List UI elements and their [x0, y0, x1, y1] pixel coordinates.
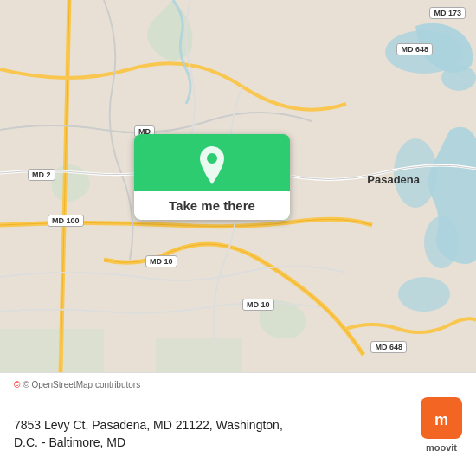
road-label-md648-top: MD 648: [396, 43, 433, 55]
road-label-md10-left: MD 10: [145, 255, 177, 267]
road-label-md100: MD 100: [48, 215, 84, 227]
bottom-bar: © © OpenStreetMap contributors 7853 Levy…: [0, 372, 476, 476]
pasadena-label: Pasadena: [367, 173, 420, 186]
copyright-text: © OpenStreetMap contributors: [23, 380, 140, 389]
location-pin-icon: [196, 146, 228, 184]
road-label-md2: MD 2: [28, 169, 55, 181]
copyright-line: © © OpenStreetMap contributors: [14, 380, 140, 389]
svg-point-5: [398, 277, 450, 312]
openstreetmap-logo: ©: [14, 380, 20, 389]
address-text: 7853 Levy Ct, Pasadena, MD 21122, Washin…: [14, 417, 410, 451]
moovit-logo: m moovit: [421, 397, 462, 453]
moovit-brand-text: moovit: [426, 442, 457, 453]
moovit-icon-svg: m: [426, 402, 457, 434]
address-section: © © OpenStreetMap contributors 7853 Levy…: [14, 398, 410, 451]
road-label-md173: MD 173: [429, 7, 466, 19]
svg-rect-6: [0, 329, 104, 372]
svg-rect-7: [156, 338, 242, 372]
map-container[interactable]: MD 173 MD 648 MD 2 MD MD 100 MD 10 MD 10…: [0, 0, 476, 372]
pin-area: [134, 134, 290, 191]
svg-text:m: m: [434, 411, 448, 428]
moovit-icon: m: [421, 397, 462, 439]
take-me-there-button[interactable]: Take me there: [134, 134, 290, 220]
road-label-md10-right: MD 10: [242, 299, 274, 311]
road-label-md648-bottom: MD 648: [370, 341, 407, 353]
svg-point-8: [207, 153, 217, 164]
svg-point-4: [424, 216, 459, 268]
take-me-there-label: Take me there: [134, 191, 290, 220]
